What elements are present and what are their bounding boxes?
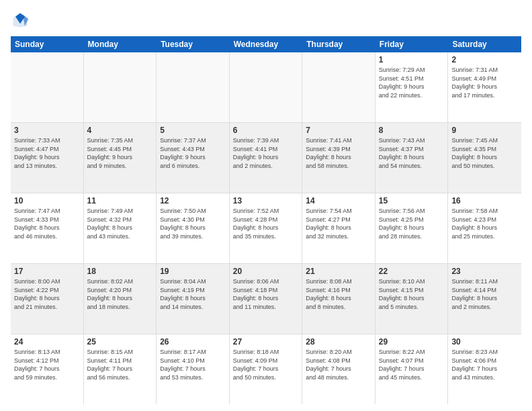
day-number: 21 <box>306 267 371 276</box>
calendar-cell: 5Sunrise: 7:37 AM Sunset: 4:43 PM Daylig… <box>157 123 230 193</box>
day-number: 20 <box>233 267 299 276</box>
calendar-cell: 6Sunrise: 7:39 AM Sunset: 4:41 PM Daylig… <box>230 123 303 193</box>
calendar-cell: 3Sunrise: 7:33 AM Sunset: 4:47 PM Daylig… <box>11 123 84 193</box>
day-info: Sunrise: 8:00 AM Sunset: 4:22 PM Dayligh… <box>14 277 80 311</box>
header-day-friday: Friday <box>375 36 449 52</box>
day-number: 6 <box>233 126 299 135</box>
day-number: 13 <box>233 196 299 205</box>
header-day-saturday: Saturday <box>448 36 521 52</box>
calendar-cell: 4Sunrise: 7:35 AM Sunset: 4:45 PM Daylig… <box>84 123 157 193</box>
day-number: 29 <box>379 337 445 347</box>
calendar: SundayMondayTuesdayWednesdayThursdayFrid… <box>11 36 521 404</box>
day-number: 3 <box>14 126 80 135</box>
calendar-cell: 21Sunrise: 8:08 AM Sunset: 4:16 PM Dayli… <box>302 264 375 334</box>
day-info: Sunrise: 8:08 AM Sunset: 4:16 PM Dayligh… <box>306 277 371 311</box>
calendar-cell <box>230 52 303 122</box>
logo-icon <box>11 11 30 30</box>
day-info: Sunrise: 8:04 AM Sunset: 4:19 PM Dayligh… <box>160 277 226 311</box>
calendar-cell: 7Sunrise: 7:41 AM Sunset: 4:39 PM Daylig… <box>302 123 375 193</box>
day-info: Sunrise: 7:58 AM Sunset: 4:23 PM Dayligh… <box>451 207 518 240</box>
day-number: 27 <box>233 337 299 347</box>
calendar-cell: 20Sunrise: 8:06 AM Sunset: 4:18 PM Dayli… <box>230 264 303 334</box>
calendar-cell: 8Sunrise: 7:43 AM Sunset: 4:37 PM Daylig… <box>375 123 449 193</box>
header-day-monday: Monday <box>84 36 157 52</box>
day-info: Sunrise: 8:15 AM Sunset: 4:11 PM Dayligh… <box>87 348 153 381</box>
day-number: 16 <box>451 196 518 205</box>
calendar-cell: 12Sunrise: 7:50 AM Sunset: 4:30 PM Dayli… <box>157 193 230 263</box>
day-info: Sunrise: 7:31 AM Sunset: 4:49 PM Dayligh… <box>451 66 518 99</box>
calendar-cell: 26Sunrise: 8:17 AM Sunset: 4:10 PM Dayli… <box>157 334 230 404</box>
day-number: 9 <box>451 126 518 135</box>
calendar-week-3: 10Sunrise: 7:47 AM Sunset: 4:33 PM Dayli… <box>11 193 521 264</box>
day-number: 23 <box>451 267 518 276</box>
day-number: 26 <box>160 337 226 347</box>
day-info: Sunrise: 8:17 AM Sunset: 4:10 PM Dayligh… <box>160 348 226 381</box>
day-info: Sunrise: 7:50 AM Sunset: 4:30 PM Dayligh… <box>160 207 226 240</box>
calendar-cell: 23Sunrise: 8:11 AM Sunset: 4:14 PM Dayli… <box>448 264 521 334</box>
day-info: Sunrise: 7:56 AM Sunset: 4:25 PM Dayligh… <box>379 207 445 240</box>
day-info: Sunrise: 8:10 AM Sunset: 4:15 PM Dayligh… <box>379 277 445 311</box>
day-number: 1 <box>379 55 445 64</box>
page: SundayMondayTuesdayWednesdayThursdayFrid… <box>0 0 532 411</box>
calendar-week-4: 17Sunrise: 8:00 AM Sunset: 4:22 PM Dayli… <box>11 264 521 334</box>
calendar-cell: 19Sunrise: 8:04 AM Sunset: 4:19 PM Dayli… <box>157 264 230 334</box>
day-info: Sunrise: 8:11 AM Sunset: 4:14 PM Dayligh… <box>451 277 518 311</box>
calendar-cell <box>84 52 157 122</box>
header-day-wednesday: Wednesday <box>230 36 303 52</box>
calendar-cell: 17Sunrise: 8:00 AM Sunset: 4:22 PM Dayli… <box>11 264 84 334</box>
day-info: Sunrise: 8:06 AM Sunset: 4:18 PM Dayligh… <box>233 277 299 311</box>
header-day-thursday: Thursday <box>302 36 375 52</box>
header-day-tuesday: Tuesday <box>157 36 230 52</box>
day-number: 30 <box>451 337 518 347</box>
day-info: Sunrise: 7:29 AM Sunset: 4:51 PM Dayligh… <box>379 66 445 99</box>
calendar-cell: 24Sunrise: 8:13 AM Sunset: 4:12 PM Dayli… <box>11 334 84 404</box>
day-info: Sunrise: 7:43 AM Sunset: 4:37 PM Dayligh… <box>379 136 445 170</box>
day-info: Sunrise: 7:45 AM Sunset: 4:35 PM Dayligh… <box>451 136 518 170</box>
calendar-cell: 9Sunrise: 7:45 AM Sunset: 4:35 PM Daylig… <box>448 123 521 193</box>
calendar-cell: 14Sunrise: 7:54 AM Sunset: 4:27 PM Dayli… <box>302 193 375 263</box>
calendar-cell: 15Sunrise: 7:56 AM Sunset: 4:25 PM Dayli… <box>375 193 449 263</box>
day-info: Sunrise: 8:18 AM Sunset: 4:09 PM Dayligh… <box>233 348 299 381</box>
calendar-week-2: 3Sunrise: 7:33 AM Sunset: 4:47 PM Daylig… <box>11 123 521 193</box>
calendar-cell <box>157 52 230 122</box>
calendar-cell: 10Sunrise: 7:47 AM Sunset: 4:33 PM Dayli… <box>11 193 84 263</box>
day-info: Sunrise: 7:52 AM Sunset: 4:28 PM Dayligh… <box>233 207 299 240</box>
calendar-week-1: 1Sunrise: 7:29 AM Sunset: 4:51 PM Daylig… <box>11 52 521 123</box>
calendar-cell: 25Sunrise: 8:15 AM Sunset: 4:11 PM Dayli… <box>84 334 157 404</box>
day-number: 10 <box>14 196 80 205</box>
calendar-cell: 22Sunrise: 8:10 AM Sunset: 4:15 PM Dayli… <box>375 264 449 334</box>
day-number: 25 <box>87 337 153 347</box>
day-info: Sunrise: 8:13 AM Sunset: 4:12 PM Dayligh… <box>14 348 80 381</box>
calendar-cell: 11Sunrise: 7:49 AM Sunset: 4:32 PM Dayli… <box>84 193 157 263</box>
day-number: 12 <box>160 196 226 205</box>
calendar-body: 1Sunrise: 7:29 AM Sunset: 4:51 PM Daylig… <box>11 52 521 404</box>
day-number: 22 <box>379 267 445 276</box>
day-number: 24 <box>14 337 80 347</box>
day-number: 4 <box>87 126 153 135</box>
day-info: Sunrise: 7:37 AM Sunset: 4:43 PM Dayligh… <box>160 136 226 170</box>
day-number: 8 <box>379 126 445 135</box>
day-info: Sunrise: 8:20 AM Sunset: 4:08 PM Dayligh… <box>306 348 371 381</box>
header <box>11 11 521 30</box>
calendar-cell <box>11 52 84 122</box>
calendar-cell: 13Sunrise: 7:52 AM Sunset: 4:28 PM Dayli… <box>230 193 303 263</box>
day-number: 2 <box>451 55 518 64</box>
calendar-cell: 1Sunrise: 7:29 AM Sunset: 4:51 PM Daylig… <box>375 52 449 122</box>
day-info: Sunrise: 7:35 AM Sunset: 4:45 PM Dayligh… <box>87 136 153 170</box>
calendar-cell: 16Sunrise: 7:58 AM Sunset: 4:23 PM Dayli… <box>448 193 521 263</box>
day-number: 28 <box>306 337 371 347</box>
day-info: Sunrise: 7:33 AM Sunset: 4:47 PM Dayligh… <box>14 136 80 170</box>
day-info: Sunrise: 7:49 AM Sunset: 4:32 PM Dayligh… <box>87 207 153 240</box>
day-number: 18 <box>87 267 153 276</box>
day-info: Sunrise: 7:41 AM Sunset: 4:39 PM Dayligh… <box>306 136 371 170</box>
day-number: 17 <box>14 267 80 276</box>
day-info: Sunrise: 7:54 AM Sunset: 4:27 PM Dayligh… <box>306 207 371 240</box>
calendar-cell: 28Sunrise: 8:20 AM Sunset: 4:08 PM Dayli… <box>302 334 375 404</box>
day-number: 11 <box>87 196 153 205</box>
day-number: 7 <box>306 126 371 135</box>
day-number: 15 <box>379 196 445 205</box>
calendar-cell: 18Sunrise: 8:02 AM Sunset: 4:20 PM Dayli… <box>84 264 157 334</box>
calendar-cell: 29Sunrise: 8:22 AM Sunset: 4:07 PM Dayli… <box>375 334 449 404</box>
header-day-sunday: Sunday <box>11 36 84 52</box>
day-number: 14 <box>306 196 371 205</box>
